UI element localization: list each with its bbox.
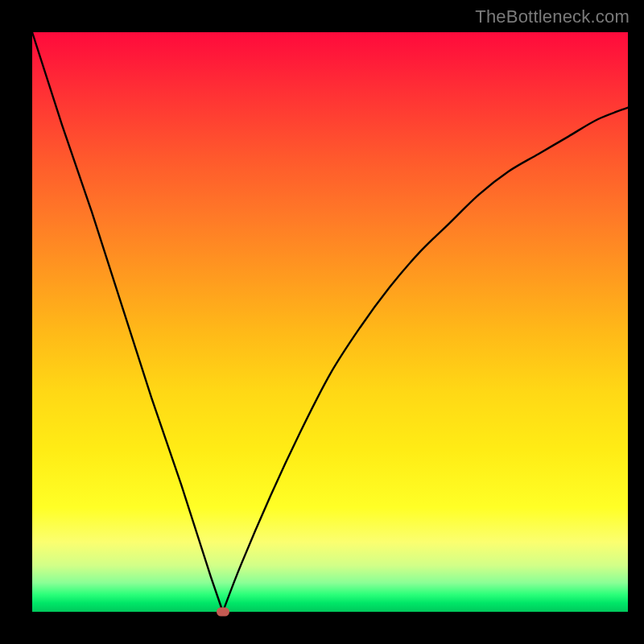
watermark-text: TheBottleneck.com xyxy=(475,6,630,27)
bottleneck-curve xyxy=(32,32,628,612)
curve-minimum-marker xyxy=(217,608,229,617)
chart-frame: TheBottleneck.com xyxy=(0,0,644,644)
plot-area xyxy=(32,32,628,612)
